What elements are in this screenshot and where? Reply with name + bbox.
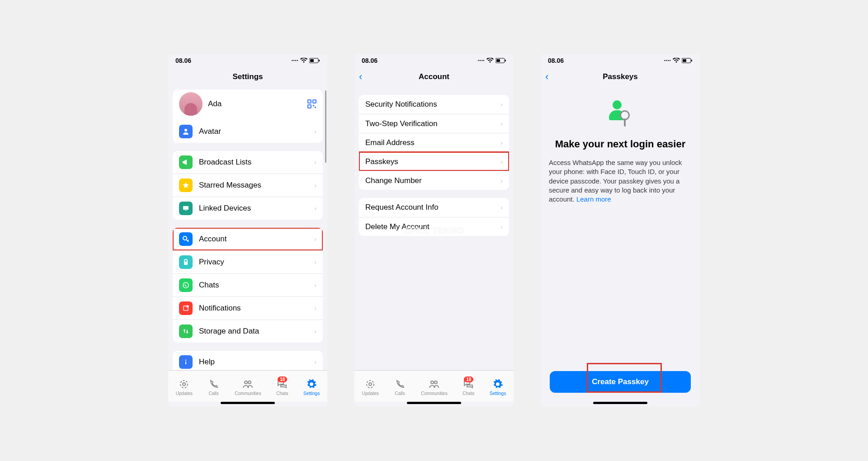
people-icon bbox=[242, 378, 254, 390]
tab-communities[interactable]: Communities bbox=[421, 378, 447, 396]
star-icon bbox=[179, 179, 193, 192]
row-chats[interactable]: Chats › bbox=[173, 273, 323, 296]
tab-settings[interactable]: Settings bbox=[490, 378, 506, 396]
tab-chats[interactable]: 18 Chats bbox=[462, 378, 474, 396]
tab-label: Updates bbox=[362, 391, 379, 396]
svg-point-15 bbox=[187, 306, 189, 307]
row-passkeys[interactable]: Passkeys › bbox=[359, 152, 509, 171]
row-request-info[interactable]: Request Account Info › bbox=[359, 198, 509, 217]
battery-icon bbox=[682, 58, 693, 63]
row-privacy[interactable]: Privacy › bbox=[173, 250, 323, 273]
tab-updates[interactable]: Updates bbox=[362, 378, 379, 396]
row-label: Email Address bbox=[365, 138, 500, 147]
status-right: ···· bbox=[664, 57, 693, 64]
signal-dots-icon: ···· bbox=[664, 57, 671, 64]
row-email[interactable]: Email Address › bbox=[359, 133, 509, 152]
row-delete-account[interactable]: Delete My Account › bbox=[359, 217, 509, 236]
settings-content: Ada Avatar › Broadcast Lists › bbox=[168, 87, 327, 370]
row-label: Chats bbox=[199, 281, 314, 290]
row-notifications[interactable]: Notifications › bbox=[173, 296, 323, 320]
status-right: ···· bbox=[477, 57, 506, 64]
row-avatar[interactable]: Avatar › bbox=[173, 120, 323, 143]
chevron-right-icon: › bbox=[314, 282, 316, 289]
hero-desc-text: Access WhatsApp the same way you unlock … bbox=[549, 159, 682, 203]
signal-dots-icon: ···· bbox=[477, 57, 485, 64]
chevron-right-icon: › bbox=[314, 159, 316, 166]
svg-rect-12 bbox=[184, 262, 188, 265]
svg-point-20 bbox=[245, 381, 247, 384]
account-content: Security Notifications › Two-Step Verifi… bbox=[354, 87, 514, 370]
updates-icon bbox=[178, 378, 190, 390]
lists-section: Broadcast Lists › Starred Messages › Lin… bbox=[173, 151, 323, 220]
row-security-notifications[interactable]: Security Notifications › bbox=[359, 95, 509, 114]
tab-settings[interactable]: Settings bbox=[303, 378, 320, 396]
row-storage[interactable]: Storage and Data › bbox=[173, 320, 323, 343]
tab-label: Settings bbox=[490, 391, 506, 396]
create-passkey-button[interactable]: Create Passkey bbox=[550, 371, 691, 393]
status-time: 08.06 bbox=[175, 57, 191, 64]
back-button[interactable]: ‹ bbox=[359, 71, 362, 83]
row-two-step[interactable]: Two-Step Verification › bbox=[359, 114, 509, 133]
tab-label: Calls bbox=[395, 391, 405, 396]
qr-icon[interactable] bbox=[307, 99, 316, 108]
tab-calls[interactable]: Calls bbox=[208, 378, 220, 396]
row-change-number[interactable]: Change Number › bbox=[359, 171, 509, 190]
row-label: Starred Messages bbox=[199, 181, 314, 190]
wifi-icon bbox=[486, 58, 494, 63]
chevron-right-icon: › bbox=[500, 223, 503, 230]
tab-label: Updates bbox=[176, 391, 193, 396]
home-indicator[interactable] bbox=[593, 402, 647, 404]
signal-dots-icon: ···· bbox=[291, 57, 298, 64]
notification-square-icon bbox=[179, 301, 193, 315]
chevron-right-icon: › bbox=[314, 305, 316, 312]
wifi-icon bbox=[300, 58, 307, 63]
learn-more-link[interactable]: Learn more bbox=[576, 195, 611, 203]
status-time: 08.06 bbox=[362, 57, 377, 64]
row-help[interactable]: Help › bbox=[173, 351, 323, 370]
svg-rect-3 bbox=[308, 100, 311, 103]
svg-point-26 bbox=[369, 383, 372, 386]
chevron-right-icon: › bbox=[314, 128, 316, 135]
svg-rect-5 bbox=[308, 105, 311, 108]
svg-point-25 bbox=[367, 381, 374, 388]
passkey-hero: Make your next login easier Access Whats… bbox=[545, 87, 695, 204]
chevron-right-icon: › bbox=[500, 177, 503, 184]
svg-rect-24 bbox=[496, 59, 500, 62]
whatsapp-icon bbox=[179, 278, 193, 292]
gear-icon bbox=[492, 378, 504, 390]
svg-point-28 bbox=[434, 381, 437, 384]
tab-label: Settings bbox=[303, 391, 320, 396]
battery-icon bbox=[495, 58, 506, 63]
status-bar: 08.06 ···· bbox=[354, 54, 514, 67]
scroll-indicator[interactable] bbox=[325, 90, 326, 163]
chevron-right-icon: › bbox=[314, 182, 316, 189]
row-label: Two-Step Verification bbox=[365, 119, 500, 128]
profile-row[interactable]: Ada bbox=[173, 89, 323, 120]
back-button[interactable]: ‹ bbox=[545, 71, 548, 83]
avatar-icon bbox=[179, 125, 193, 138]
row-account[interactable]: Account › bbox=[173, 228, 323, 250]
row-label: Change Number bbox=[365, 176, 500, 185]
profile-section: Ada Avatar › bbox=[173, 89, 323, 143]
tab-label: Chats bbox=[276, 391, 288, 396]
row-label: Help bbox=[199, 358, 314, 367]
status-time: 08.06 bbox=[548, 57, 564, 64]
chevron-right-icon: › bbox=[500, 120, 503, 127]
phone-account: 08.06 ···· ‹ Account Security Notificati… bbox=[354, 54, 514, 407]
svg-point-13 bbox=[183, 282, 189, 288]
row-linked-devices[interactable]: Linked Devices › bbox=[173, 197, 323, 220]
row-starred[interactable]: Starred Messages › bbox=[173, 174, 323, 197]
row-broadcast[interactable]: Broadcast Lists › bbox=[173, 151, 323, 174]
tab-calls[interactable]: Calls bbox=[394, 378, 406, 396]
tab-bar: Updates Calls Communities 18 Chats Setti… bbox=[354, 370, 514, 402]
chevron-right-icon: › bbox=[314, 328, 316, 335]
tab-chats[interactable]: 18 Chats bbox=[276, 378, 288, 396]
tab-updates[interactable]: Updates bbox=[176, 378, 193, 396]
tab-communities[interactable]: Communities bbox=[235, 378, 261, 396]
nav-header: ‹ Passkeys bbox=[541, 67, 700, 87]
row-label: Avatar bbox=[199, 127, 314, 136]
home-indicator[interactable] bbox=[407, 402, 461, 404]
page-title: Account bbox=[419, 72, 449, 81]
wifi-icon bbox=[673, 58, 680, 63]
home-indicator[interactable] bbox=[221, 402, 275, 404]
